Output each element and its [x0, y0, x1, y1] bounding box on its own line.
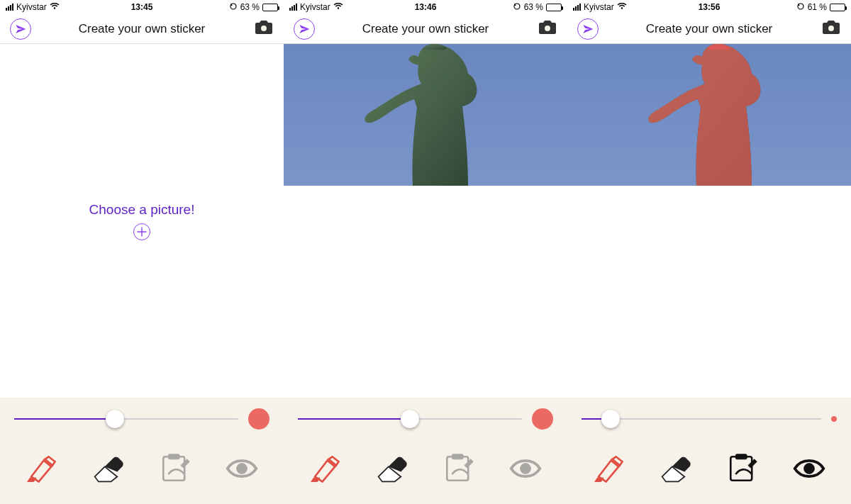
- nav-bar: Create your own sticker: [0, 14, 284, 44]
- clipboard-tool[interactable]: [154, 451, 196, 486]
- eraser-tool[interactable]: [87, 451, 130, 486]
- image-canvas[interactable]: [284, 44, 567, 186]
- battery-pct: 63 %: [524, 2, 543, 12]
- choose-picture-label: Choose a picture!: [89, 202, 195, 218]
- battery-icon: [262, 4, 278, 11]
- statue-image: [326, 44, 525, 186]
- brush-preview-dot: [831, 416, 837, 422]
- bottom-toolbar: [284, 398, 567, 504]
- wifi-icon: [617, 2, 627, 12]
- battery-icon: [830, 4, 845, 11]
- preview-toggle[interactable]: [788, 451, 830, 486]
- brush-preview-dot: [532, 408, 553, 430]
- marker-tool[interactable]: [304, 451, 347, 486]
- cell-signal-icon: [289, 4, 297, 11]
- page-title: Create your own sticker: [0, 22, 284, 36]
- clipboard-tool[interactable]: [721, 451, 764, 486]
- wifi-icon: [333, 2, 343, 12]
- orientation-lock-icon: [229, 2, 238, 13]
- eraser-tool[interactable]: [655, 451, 697, 486]
- content-area: Choose a picture!: [0, 44, 284, 504]
- status-bar: Kyivstar 13:46 63 %: [284, 0, 567, 14]
- carrier-label: Kyivstar: [300, 2, 330, 12]
- brush-preview-dot: [248, 408, 269, 430]
- preview-toggle[interactable]: [504, 451, 547, 486]
- send-button[interactable]: [294, 18, 315, 40]
- carrier-label: Kyivstar: [16, 2, 47, 12]
- add-picture-button[interactable]: [133, 223, 150, 240]
- camera-button[interactable]: [254, 20, 274, 38]
- statue-image: [610, 44, 808, 186]
- battery-pct: 63 %: [240, 2, 260, 12]
- camera-button[interactable]: [538, 20, 557, 38]
- status-bar: Kyivstar 13:56 61 %: [567, 0, 851, 14]
- cell-signal-icon: [573, 4, 581, 11]
- status-bar: Kyivstar 13:45 63 %: [0, 0, 284, 14]
- page-title: Create your own sticker: [567, 22, 851, 36]
- battery-icon: [546, 4, 562, 11]
- bottom-toolbar: [567, 398, 851, 504]
- marker-tool[interactable]: [588, 451, 630, 486]
- page-title: Create your own sticker: [284, 22, 567, 36]
- brush-size-slider[interactable]: [14, 408, 238, 430]
- image-canvas[interactable]: [567, 44, 851, 186]
- clipboard-tool[interactable]: [438, 451, 480, 486]
- marker-tool[interactable]: [21, 451, 63, 486]
- carrier-label: Kyivstar: [584, 2, 614, 12]
- orientation-lock-icon: [796, 2, 805, 13]
- bottom-toolbar: [0, 398, 284, 504]
- content-area: [284, 44, 567, 504]
- send-button[interactable]: [577, 18, 599, 40]
- brush-size-slider[interactable]: [298, 408, 522, 430]
- preview-toggle[interactable]: [221, 451, 263, 486]
- send-button[interactable]: [10, 18, 31, 40]
- eraser-tool[interactable]: [371, 451, 413, 486]
- camera-button[interactable]: [821, 20, 841, 38]
- content-area: [567, 44, 851, 504]
- orientation-lock-icon: [513, 2, 521, 13]
- nav-bar: Create your own sticker: [284, 14, 567, 44]
- cell-signal-icon: [6, 4, 13, 11]
- brush-size-slider[interactable]: [582, 408, 821, 430]
- wifi-icon: [50, 2, 60, 12]
- nav-bar: Create your own sticker: [567, 14, 851, 44]
- empty-state: Choose a picture!: [0, 44, 284, 398]
- battery-pct: 61 %: [808, 2, 827, 12]
